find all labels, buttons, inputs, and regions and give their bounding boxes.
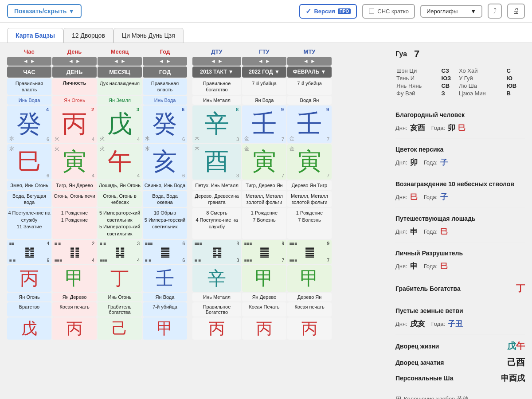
year-hex-tr: 6: [182, 241, 185, 246]
year-stem-hiero: 癸: [153, 107, 177, 141]
pd-day-label: Дня:: [395, 263, 407, 270]
day-eb-desc1: Тигр, Ян Дерево: [52, 180, 97, 190]
day-next-icon[interactable]: ►: [75, 58, 81, 64]
gtu-nav[interactable]: ◄►: [242, 57, 286, 66]
main-content: Час День Месяц Год ДТУ ГТУ МТУ ◄► ◄► ◄► …: [0, 43, 532, 399]
mtu-lower-stem-cell: 甲: [287, 265, 332, 292]
hour-prev-icon[interactable]: ◄: [23, 58, 28, 64]
year-lower-element: Ян Вода: [143, 293, 187, 301]
hour-branch-cell: 水 巳 6: [7, 144, 51, 180]
version-pro-badge[interactable]: ✓ Версия ПРО: [299, 4, 357, 19]
mtu-role: 7-й убийца: [287, 78, 332, 95]
year-next-icon[interactable]: ►: [166, 58, 171, 64]
print-icon: 🖨: [512, 7, 520, 15]
print-button[interactable]: 🖨: [507, 4, 525, 19]
jue-ming-val: В: [506, 90, 524, 97]
table-row: Фу Вэй З Цзюэ Мин В: [396, 90, 524, 97]
month-prev-icon[interactable]: ◄: [113, 58, 119, 64]
version-check-icon: ✓: [305, 7, 311, 16]
gtu-next-icon[interactable]: ►: [265, 58, 270, 64]
gtu-prev-icon[interactable]: ◄: [258, 58, 263, 64]
dtu-nav[interactable]: ◄►: [192, 57, 241, 66]
right-panel: Гуа 7 Шэн Ци СЗ Хо Хай С Тянь И ЮЗ У Гуй…: [392, 48, 525, 399]
hieroglyphs-select[interactable]: Иероглифы ▼: [420, 5, 482, 18]
month-next-icon[interactable]: ►: [121, 58, 126, 64]
dtu-lower-desc: Правильное Богатство: [192, 302, 241, 317]
col-header-month: Месяц: [98, 48, 142, 55]
year-stem-num-tr: 6: [182, 107, 184, 112]
show-hide-button[interactable]: Показать/скрыть ▼: [7, 4, 82, 18]
col-header-dtu: ДТУ: [192, 48, 241, 55]
gtu-lower-element: Ян Дерево: [242, 293, 286, 301]
year-extra-hiero: 甲: [157, 318, 173, 340]
fu-wei-val: З: [441, 90, 458, 97]
day-stem-num-br: 4: [92, 137, 94, 142]
day-lower-stem-hiero: 甲: [65, 266, 84, 291]
hour-element: Инь Вода: [7, 96, 51, 105]
year-role: Правильная власть: [143, 78, 187, 95]
day-stem-hiero: 丙: [62, 107, 87, 141]
left-panel: Час День Месяц Год ДТУ ГТУ МТУ ◄► ◄► ◄► …: [7, 48, 387, 399]
gua-label: Гуа: [395, 50, 407, 58]
col-header-day: День: [52, 48, 97, 55]
u-gui-val: Ю: [506, 75, 524, 82]
dtu-next-icon[interactable]: ►: [218, 58, 223, 64]
year-label: ГОД: [143, 66, 187, 78]
hour-nav[interactable]: ◄►: [7, 57, 51, 66]
month-nav[interactable]: ◄►: [98, 57, 142, 66]
day-stages: 1 Рождение1 Рождение: [52, 208, 97, 239]
year-prev-icon[interactable]: ◄: [159, 58, 164, 64]
day-nav[interactable]: ◄►: [52, 57, 97, 66]
gtu-label[interactable]: 2022 ГОД ▼: [242, 66, 286, 78]
noble-day-val: 亥酉: [410, 123, 425, 133]
peach-flower-title: Цветок персика: [395, 146, 525, 153]
year-stages: 10 Обрыв5 Импера-торский светильник: [143, 208, 187, 239]
hour-hex-bl: ≡ ≡: [9, 258, 16, 263]
mtu-label[interactable]: ФЕВРАЛЬ ▼: [287, 66, 332, 78]
th-day-val: 申: [410, 227, 418, 237]
year-hex-br: 6: [182, 258, 185, 263]
yan-nian-val: СВ: [441, 82, 458, 89]
day-prev-icon[interactable]: ◄: [68, 58, 74, 64]
col-header-gtu: ГТУ: [242, 48, 286, 55]
day-element: Ян Огонь: [52, 96, 97, 105]
noble-year-val2: 巳: [458, 123, 466, 133]
pd-day-val: 申: [410, 261, 418, 271]
year-hex-hiero: ䷀: [160, 245, 170, 259]
year-nav[interactable]: ◄►: [143, 57, 187, 66]
dtu-branch-element-tl: 木: [195, 145, 200, 152]
cnc-check-icon: ☐: [368, 7, 375, 16]
tab-bazi[interactable]: Карта Бацзы: [7, 28, 63, 43]
month-extra-hiero: 己: [112, 318, 128, 340]
day-role: Личность: [52, 78, 97, 95]
dtu-stem-num-tr: 8: [236, 107, 239, 112]
hour-hex: ≡≡ ䷂ 4 ≡ ≡ 6: [7, 240, 51, 264]
mtu-hex-hiero: ䷀: [305, 245, 315, 259]
year-lower-desc: 7-й убийца: [143, 302, 187, 317]
mtu-prev-icon[interactable]: ◄: [303, 58, 309, 64]
cnc-brief-toggle[interactable]: ☐ СНС кратко: [362, 4, 415, 19]
mtu-lower-element: Дерево Ян: [287, 293, 332, 301]
mtu-nav[interactable]: ◄►: [287, 57, 332, 66]
noble-person-title: Благородный человек: [395, 111, 525, 118]
hour-stem-num-tr: 4: [46, 107, 49, 112]
share-button[interactable]: ⤴: [488, 4, 502, 19]
mtu-stem-cell: 9 壬 金 7: [287, 106, 332, 143]
life-palace-title: Дворец жизни: [395, 343, 439, 350]
month-branch-hiero: 午: [108, 145, 132, 178]
month-hex-hiero: ䷆: [115, 245, 125, 259]
dtu-label[interactable]: 2013 ТАКТ ▼: [192, 66, 241, 78]
mtu-stem-num-br: 7: [327, 137, 329, 142]
hour-next-icon[interactable]: ►: [30, 58, 35, 64]
month-role: Дух наслаждения: [98, 78, 142, 95]
gtu-stem-hiero: 壬: [252, 107, 277, 141]
mtu-eb-desc2: Металл, Металл золотой фольги: [287, 191, 332, 207]
tab-12-palaces[interactable]: 12 Дворцов: [63, 28, 113, 43]
life-palace-val: 戊午: [507, 340, 525, 352]
tab-qi-men[interactable]: Ци Мэнь Дунь Цзя: [113, 28, 184, 43]
mtu-next-icon[interactable]: ►: [310, 58, 316, 64]
mtu-stem-hiero: 壬: [297, 107, 322, 141]
dtu-prev-icon[interactable]: ◄: [211, 58, 216, 64]
year-branch-num-br: 6: [182, 173, 185, 178]
year-element: Инь Вода: [143, 96, 187, 105]
